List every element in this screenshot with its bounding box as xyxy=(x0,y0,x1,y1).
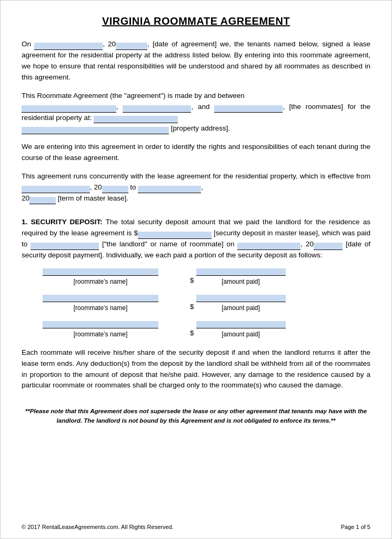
year-blank[interactable] xyxy=(116,43,147,50)
deposit-row-2: [roommate’s name] $ [amount paid] xyxy=(22,295,370,312)
comma-3: , xyxy=(201,183,203,191)
roommate2-label: [roommate’s name] xyxy=(74,304,128,312)
payment-date-blank[interactable] xyxy=(237,243,300,250)
document-page: VIRGINIA ROOMMATE AGREEMENT On , 20, [da… xyxy=(0,0,392,539)
to-text: to xyxy=(128,183,138,191)
twenty-text: 20 xyxy=(22,194,29,202)
security-detail-text: Each roommate will receive his/her share… xyxy=(22,348,370,390)
roommate1-blank[interactable] xyxy=(22,105,116,113)
roommate2-blank[interactable] xyxy=(123,105,191,113)
security-deposit-section: 1. SECURITY DEPOSIT: The total security … xyxy=(22,217,370,261)
amount1-label: [amount paid] xyxy=(222,278,260,285)
amount2-blank[interactable] xyxy=(196,295,286,302)
end-year-blank[interactable] xyxy=(29,197,56,204)
address2-blank[interactable] xyxy=(22,127,169,134)
term-label: [term of master lease]. xyxy=(56,194,128,202)
end-date-blank[interactable] xyxy=(138,186,201,193)
deposit-left-2: [roommate’s name] xyxy=(22,295,179,312)
concurrent-paragraph: This agreement runs concurrently with th… xyxy=(22,171,370,204)
date-blank[interactable] xyxy=(34,43,103,50)
intro-paragraph: On , 20, [date of agreement] we, the ten… xyxy=(22,39,370,83)
start-year-blank[interactable] xyxy=(102,186,128,193)
roommate1-label: [roommate’s name] xyxy=(74,278,128,285)
dollar3: $ xyxy=(190,330,194,338)
comma1: , xyxy=(116,103,123,111)
amount3-blank[interactable] xyxy=(196,321,286,328)
deposit-left-1: [roommate’s name] xyxy=(22,268,179,285)
deposit-left-3: [roommate’s name] xyxy=(22,321,179,338)
deposit-row-1: [roommate’s name] $ [amount paid] xyxy=(22,268,370,285)
agreement-paragraph: This Roommate Agreement (the "agreement"… xyxy=(22,91,370,135)
deposit-row-3: [roommate’s name] $ [amount paid] xyxy=(22,321,370,338)
rights-paragraph: We are entering into this agreement in o… xyxy=(22,142,370,164)
paid-to-blank[interactable] xyxy=(31,243,99,250)
amount1-blank[interactable] xyxy=(196,268,286,276)
deposit-table: [roommate’s name] $ [amount paid] [roomm… xyxy=(22,268,370,338)
deposit-right-2: $ [amount paid] xyxy=(179,295,370,312)
footer-page: Page 1 of 5 xyxy=(341,524,370,530)
roommate2-name-blank[interactable] xyxy=(43,295,158,302)
amount3-label: [amount paid] xyxy=(222,331,260,338)
concurrent-text1: This agreement runs concurrently with th… xyxy=(22,172,370,180)
deposit-right-3: $ [amount paid] xyxy=(179,321,370,338)
payment-year-blank[interactable] xyxy=(314,243,343,250)
agreement-text: This Roommate Agreement (the "agreement"… xyxy=(22,92,245,99)
document-title: VIRGINIA ROOMMATE AGREEMENT xyxy=(22,15,370,27)
comma-20-2: , 20 xyxy=(90,183,102,191)
address1-blank[interactable] xyxy=(94,116,178,123)
deposit-right-1: $ [amount paid] xyxy=(179,268,370,285)
start-date-blank[interactable] xyxy=(22,186,90,193)
roommate3-label: [roommate’s name] xyxy=(74,331,128,338)
and-text: , and xyxy=(191,103,214,111)
roommate3-blank[interactable] xyxy=(214,105,283,113)
comma-20-3: , 20 xyxy=(300,240,314,248)
comma-20: , 20 xyxy=(103,40,116,48)
dollar1: $ xyxy=(190,277,194,285)
rights-text: We are entering into this agreement in o… xyxy=(22,143,370,162)
section1-header: 1. SECURITY DEPOSIT: xyxy=(22,218,103,226)
footer-copyright: © 2017 RentalLeaseAgreements.com. All Ri… xyxy=(22,524,174,530)
landlord-label: ["the landlord" or name of roommate] on xyxy=(99,240,237,248)
property-address-label: [property address]. xyxy=(169,124,230,132)
roommate3-name-blank[interactable] xyxy=(43,321,158,328)
footer-note: **Please note that this Agreement does n… xyxy=(22,407,370,425)
deposit-amount-blank[interactable] xyxy=(138,232,212,239)
on-text: On xyxy=(22,40,34,48)
amount2-label: [amount paid] xyxy=(222,304,260,312)
dollar2: $ xyxy=(190,303,194,312)
security-detail-paragraph: Each roommate will receive his/her share… xyxy=(22,347,370,392)
roommate1-name-blank[interactable] xyxy=(43,268,158,276)
